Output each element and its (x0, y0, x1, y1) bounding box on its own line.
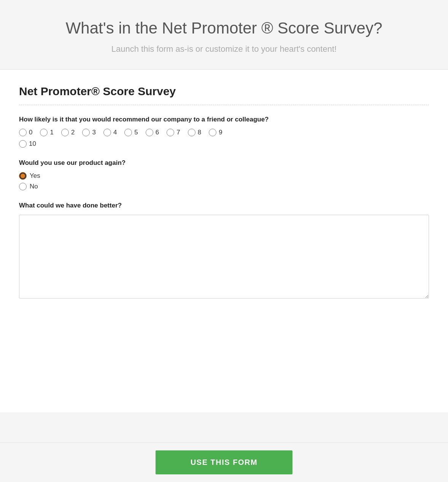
nps-radio-9[interactable] (209, 129, 216, 136)
question-1-label: How likely is it that you would recommen… (19, 116, 429, 123)
nps-option-3[interactable]: 3 (82, 129, 95, 136)
nps-radio-1[interactable] (40, 129, 48, 136)
nps-option-9[interactable]: 9 (209, 129, 222, 136)
product-option-no[interactable]: No (19, 183, 429, 190)
form-divider (19, 105, 429, 105)
page-title: What's in the Net Promoter ® Score Surve… (15, 19, 433, 37)
nps-radio-group: 0 1 2 3 4 5 6 (19, 129, 429, 139)
nps-option-7[interactable]: 7 (167, 129, 180, 136)
nps-radio-0[interactable] (19, 129, 27, 136)
nps-radio-7[interactable] (167, 129, 174, 136)
form-section: Net Promoter® Score Survey How likely is… (0, 70, 448, 412)
nps-option-10[interactable]: 10 (19, 140, 420, 148)
nps-label-1[interactable]: 1 (50, 129, 53, 136)
nps-label-9[interactable]: 9 (219, 129, 222, 136)
nps-label-3[interactable]: 3 (92, 129, 95, 136)
product-radio-no[interactable] (19, 183, 27, 190)
question-3-label: What could we have done better? (19, 202, 429, 209)
product-radio-yes[interactable] (19, 172, 27, 180)
nps-label-4[interactable]: 4 (113, 129, 117, 136)
use-this-form-button[interactable]: USE THIS FORM (156, 450, 292, 474)
nps-label-2[interactable]: 2 (71, 129, 75, 136)
nps-label-6[interactable]: 6 (156, 129, 159, 136)
nps-option-4[interactable]: 4 (103, 129, 117, 136)
question-3-block: What could we have done better? (19, 202, 429, 300)
nps-radio-10[interactable] (19, 140, 27, 148)
nps-label-7[interactable]: 7 (176, 129, 180, 136)
better-textarea[interactable] (19, 215, 429, 298)
nps-radio-8[interactable] (188, 129, 195, 136)
nps-radio-4[interactable] (103, 129, 111, 136)
question-1-block: How likely is it that you would recommen… (19, 116, 429, 148)
nps-option-2[interactable]: 2 (61, 129, 75, 136)
question-2-label: Would you use our product again? (19, 159, 429, 167)
product-option-yes[interactable]: Yes (19, 172, 429, 180)
question-2-block: Would you use our product again? Yes No (19, 159, 429, 190)
nps-option-0[interactable]: 0 (19, 129, 32, 136)
header-section: What's in the Net Promoter ® Score Surve… (0, 0, 448, 70)
product-label-no[interactable]: No (30, 183, 38, 190)
nps-radio-6[interactable] (146, 129, 153, 136)
nps-radio-3[interactable] (82, 129, 90, 136)
nps-label-5[interactable]: 5 (134, 129, 138, 136)
bottom-bar: USE THIS FORM (0, 442, 448, 482)
form-title: Net Promoter® Score Survey (19, 85, 429, 98)
nps-label-8[interactable]: 8 (198, 129, 201, 136)
nps-option-6[interactable]: 6 (146, 129, 159, 136)
nps-radio-5[interactable] (124, 129, 132, 136)
nps-label-0[interactable]: 0 (29, 129, 32, 136)
nps-option-8[interactable]: 8 (188, 129, 201, 136)
nps-label-10[interactable]: 10 (29, 140, 36, 148)
nps-option-5[interactable]: 5 (124, 129, 138, 136)
page-subtitle: Launch this form as-is or customize it t… (15, 44, 433, 54)
product-label-yes[interactable]: Yes (30, 172, 40, 180)
nps-option-1[interactable]: 1 (40, 129, 53, 136)
nps-radio-2[interactable] (61, 129, 69, 136)
